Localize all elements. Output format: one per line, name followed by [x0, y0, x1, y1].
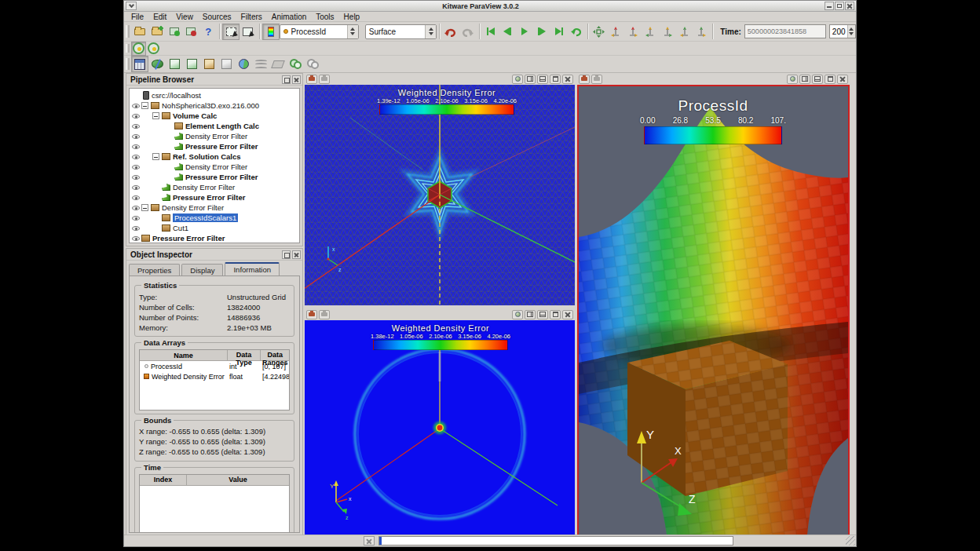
- loop-button[interactable]: [568, 24, 585, 40]
- tree-row[interactable]: Volume Calc: [130, 111, 299, 121]
- eye-icon[interactable]: [132, 226, 140, 231]
- calculator-filter-button[interactable]: [131, 56, 148, 72]
- color-legend[interactable]: Weighted Density Error 1.38e-121.05e-062…: [371, 323, 510, 350]
- table-row[interactable]: Weighted Density Error float [4.22498e-1…: [140, 371, 289, 381]
- camera-minus-z-button[interactable]: [693, 24, 711, 40]
- close-panel-button[interactable]: [292, 75, 301, 84]
- tree-row[interactable]: Density Error Filter: [130, 131, 299, 141]
- object-inspector-header[interactable]: Object Inspector: [126, 249, 302, 261]
- eye-icon[interactable]: [132, 165, 140, 170]
- tree-row[interactable]: Pressure Error Filter: [130, 192, 299, 203]
- first-frame-button[interactable]: [482, 24, 499, 40]
- collapse-toggle[interactable]: [152, 112, 159, 119]
- split-vertical-button[interactable]: [537, 310, 548, 319]
- tree-row[interactable]: Element Length Calc: [130, 121, 299, 131]
- window-menu-button[interactable]: [126, 2, 137, 10]
- load-state-button[interactable]: [148, 24, 166, 40]
- abort-button[interactable]: [364, 536, 375, 546]
- tab-information[interactable]: Information: [225, 262, 280, 276]
- toolbar-handle[interactable]: [126, 58, 130, 70]
- maximize-view-button[interactable]: [550, 310, 561, 319]
- table-header[interactable]: Index Value: [140, 475, 289, 486]
- camera-snapshot-button[interactable]: [306, 75, 317, 84]
- float-panel-button[interactable]: [282, 250, 291, 259]
- camera-minus-y-button[interactable]: [659, 24, 676, 40]
- show-center-axes-button[interactable]: [131, 42, 146, 56]
- view-settings-button[interactable]: [512, 75, 523, 84]
- surface-select-button[interactable]: [222, 24, 240, 40]
- last-frame-button[interactable]: [550, 24, 568, 40]
- tree-row[interactable]: csrc://localhost: [130, 90, 299, 100]
- tree-row[interactable]: Cut1: [130, 223, 299, 233]
- tree-row-selected[interactable]: ProcessIdScalars1: [130, 213, 299, 223]
- menu-animation[interactable]: Animation: [268, 13, 310, 21]
- tree-row[interactable]: Pressure Error Filter: [130, 172, 299, 182]
- float-panel-button[interactable]: [282, 75, 291, 84]
- color-legend[interactable]: ProcessId 0.0026.853.580.2107.: [640, 97, 786, 144]
- camera-minus-x-button[interactable]: [624, 24, 642, 40]
- split-vertical-button[interactable]: [812, 75, 823, 84]
- spinner-arrows-icon[interactable]: [847, 25, 855, 38]
- eye-icon[interactable]: [132, 216, 140, 221]
- view-settings-button[interactable]: [512, 310, 523, 319]
- camera-snapshot-button[interactable]: [306, 310, 317, 319]
- disconnect-server-button[interactable]: [182, 24, 199, 40]
- split-horizontal-button[interactable]: [799, 75, 810, 84]
- maximize-view-button[interactable]: [825, 75, 836, 84]
- variable-selector[interactable]: ProcessId: [280, 24, 359, 39]
- pipeline-browser-header[interactable]: Pipeline Browser: [126, 74, 302, 86]
- eye-icon[interactable]: [132, 195, 140, 200]
- time-input[interactable]: [744, 24, 826, 38]
- eye-icon[interactable]: [132, 175, 140, 180]
- connect-server-button[interactable]: [166, 24, 183, 40]
- eye-icon[interactable]: [132, 134, 140, 139]
- link-camera-button[interactable]: [591, 75, 602, 84]
- previous-frame-button[interactable]: [499, 24, 516, 40]
- frame-input[interactable]: [830, 27, 847, 37]
- resize-grip-icon[interactable]: [846, 536, 855, 546]
- menu-file[interactable]: File: [127, 13, 148, 21]
- link-camera-button[interactable]: [319, 75, 330, 84]
- split-horizontal-button[interactable]: [525, 75, 536, 84]
- spinner-arrows-icon[interactable]: [425, 25, 436, 38]
- eye-icon[interactable]: [132, 206, 140, 210]
- menu-edit[interactable]: Edit: [149, 13, 170, 21]
- slice-filter-button[interactable]: [166, 56, 183, 72]
- collapse-toggle[interactable]: [141, 204, 148, 211]
- glyph-filter-button[interactable]: [218, 56, 235, 72]
- render-viewport[interactable]: Y x z Weighted Density Error 1.38e-121.0…: [305, 320, 575, 536]
- eye-icon[interactable]: [132, 104, 140, 108]
- extract-subset-button[interactable]: [200, 56, 218, 72]
- titlebar[interactable]: Kitware ParaView 3.0.2: [124, 1, 856, 12]
- eye-icon[interactable]: [132, 124, 140, 129]
- camera-plus-y-button[interactable]: [642, 24, 659, 40]
- table-header[interactable]: Name Data Type Data Ranges: [140, 350, 289, 361]
- threshold-filter-button[interactable]: [183, 56, 200, 72]
- tree-row[interactable]: NohSpherical3D.exo.216.000: [130, 100, 299, 111]
- clip-filter-button[interactable]: [148, 56, 166, 72]
- maximize-view-button[interactable]: [550, 75, 561, 84]
- camera-snapshot-button[interactable]: [579, 75, 590, 84]
- maximize-button[interactable]: [835, 2, 844, 10]
- tree-row[interactable]: Density Error Filter: [130, 182, 299, 192]
- extract-group-button[interactable]: [304, 56, 321, 72]
- tree-row[interactable]: Ref. Solution Calcs: [130, 151, 299, 162]
- contour-filter-button[interactable]: [235, 56, 252, 72]
- table-row[interactable]: ProcessId int [0, 107]: [140, 361, 289, 371]
- collapse-toggle[interactable]: [141, 102, 148, 109]
- next-frame-button[interactable]: [533, 24, 550, 40]
- close-view-button[interactable]: [562, 310, 573, 319]
- rubber-band-select-button[interactable]: [240, 24, 257, 40]
- menu-view[interactable]: View: [172, 13, 197, 21]
- reset-camera-button[interactable]: [591, 24, 608, 40]
- stream-tracer-button[interactable]: [252, 56, 269, 72]
- camera-plus-x-button[interactable]: [607, 24, 624, 40]
- tab-properties[interactable]: Properties: [129, 264, 180, 276]
- group-datasets-button[interactable]: [287, 56, 304, 72]
- frame-spinbox[interactable]: [829, 24, 856, 38]
- time-table[interactable]: Index Value: [139, 474, 290, 533]
- open-file-button[interactable]: [131, 24, 148, 40]
- split-horizontal-button[interactable]: [525, 310, 536, 319]
- data-arrays-table[interactable]: Name Data Type Data Ranges ProcessId int…: [139, 349, 290, 411]
- render-viewport[interactable]: x z Weighted Density Error 1.39e-121.05e…: [305, 85, 575, 305]
